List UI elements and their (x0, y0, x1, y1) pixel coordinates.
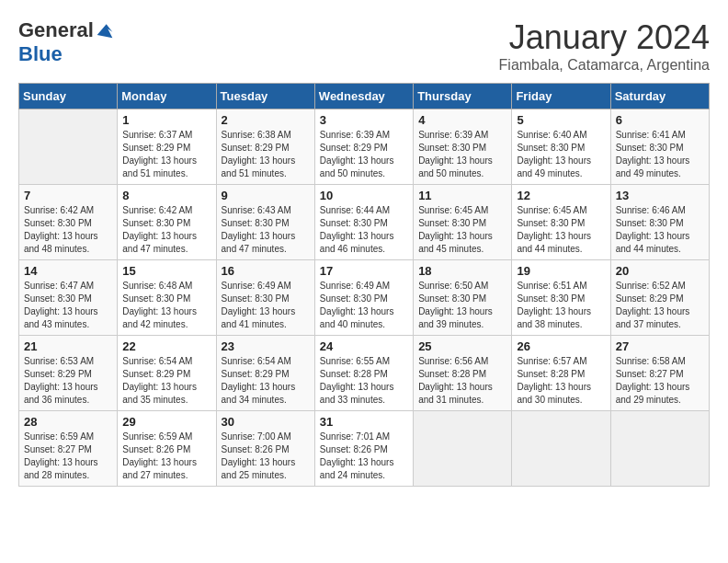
day-info: Sunrise: 6:58 AM Sunset: 8:27 PM Dayligh… (616, 355, 704, 407)
day-info: Sunrise: 6:45 AM Sunset: 8:30 PM Dayligh… (517, 204, 605, 256)
calendar-cell: 12Sunrise: 6:45 AM Sunset: 8:30 PM Dayli… (512, 185, 610, 260)
calendar-cell: 26Sunrise: 6:57 AM Sunset: 8:28 PM Dayli… (512, 336, 610, 411)
calendar-cell: 23Sunrise: 6:54 AM Sunset: 8:29 PM Dayli… (216, 336, 314, 411)
day-info: Sunrise: 6:57 AM Sunset: 8:28 PM Dayligh… (517, 355, 605, 407)
calendar-cell: 21Sunrise: 6:53 AM Sunset: 8:29 PM Dayli… (19, 336, 118, 411)
calendar-cell: 14Sunrise: 6:47 AM Sunset: 8:30 PM Dayli… (19, 260, 118, 336)
title-area: January 2024 Fiambala, Catamarca, Argent… (499, 18, 710, 74)
calendar-cell: 24Sunrise: 6:55 AM Sunset: 8:28 PM Dayli… (314, 336, 413, 411)
day-info: Sunrise: 6:52 AM Sunset: 8:29 PM Dayligh… (616, 280, 704, 331)
day-number: 3 (320, 113, 408, 127)
calendar-cell: 30Sunrise: 7:00 AM Sunset: 8:26 PM Dayli… (216, 411, 314, 487)
logo: General Blue (18, 18, 114, 66)
header-day-tuesday: Tuesday (216, 84, 314, 109)
day-info: Sunrise: 6:47 AM Sunset: 8:30 PM Dayligh… (24, 280, 112, 331)
calendar-cell: 9Sunrise: 6:43 AM Sunset: 8:30 PM Daylig… (216, 185, 314, 260)
day-info: Sunrise: 6:46 AM Sunset: 8:30 PM Dayligh… (616, 204, 704, 256)
day-number: 11 (418, 189, 506, 202)
day-number: 18 (418, 264, 506, 278)
day-number: 14 (24, 264, 112, 278)
day-info: Sunrise: 6:50 AM Sunset: 8:30 PM Dayligh… (418, 280, 506, 331)
calendar-cell (19, 109, 118, 185)
day-info: Sunrise: 6:53 AM Sunset: 8:29 PM Dayligh… (24, 355, 112, 407)
day-number: 1 (122, 113, 210, 127)
calendar-cell: 29Sunrise: 6:59 AM Sunset: 8:26 PM Dayli… (118, 411, 216, 487)
day-info: Sunrise: 6:39 AM Sunset: 8:29 PM Dayligh… (320, 129, 408, 180)
calendar-cell (610, 411, 709, 487)
calendar-cell: 13Sunrise: 6:46 AM Sunset: 8:30 PM Dayli… (610, 185, 709, 260)
calendar-subtitle: Fiambala, Catamarca, Argentina (499, 57, 710, 74)
calendar-cell: 20Sunrise: 6:52 AM Sunset: 8:29 PM Dayli… (610, 260, 709, 336)
logo-blue-text: Blue (18, 42, 63, 66)
calendar-cell: 2Sunrise: 6:38 AM Sunset: 8:29 PM Daylig… (216, 109, 314, 185)
calendar-cell: 10Sunrise: 6:44 AM Sunset: 8:30 PM Dayli… (314, 185, 413, 260)
day-number: 8 (122, 189, 210, 202)
week-row-2: 7Sunrise: 6:42 AM Sunset: 8:30 PM Daylig… (19, 185, 710, 260)
day-info: Sunrise: 7:00 AM Sunset: 8:26 PM Dayligh… (222, 431, 310, 482)
day-number: 5 (517, 113, 605, 127)
calendar-cell: 7Sunrise: 6:42 AM Sunset: 8:30 PM Daylig… (19, 185, 118, 260)
header-day-friday: Friday (512, 84, 610, 109)
day-info: Sunrise: 6:39 AM Sunset: 8:30 PM Dayligh… (418, 129, 506, 180)
day-number: 22 (122, 339, 210, 353)
day-number: 19 (517, 264, 605, 278)
calendar-cell: 18Sunrise: 6:50 AM Sunset: 8:30 PM Dayli… (414, 260, 512, 336)
day-info: Sunrise: 6:43 AM Sunset: 8:30 PM Dayligh… (222, 204, 310, 256)
day-info: Sunrise: 6:48 AM Sunset: 8:30 PM Dayligh… (122, 280, 210, 331)
day-number: 24 (320, 339, 408, 353)
day-info: Sunrise: 6:40 AM Sunset: 8:30 PM Dayligh… (517, 129, 605, 180)
day-number: 2 (222, 113, 310, 127)
day-info: Sunrise: 6:42 AM Sunset: 8:30 PM Dayligh… (24, 204, 112, 256)
day-info: Sunrise: 6:56 AM Sunset: 8:28 PM Dayligh… (418, 355, 506, 407)
calendar-cell: 4Sunrise: 6:39 AM Sunset: 8:30 PM Daylig… (414, 109, 512, 185)
day-info: Sunrise: 6:37 AM Sunset: 8:29 PM Dayligh… (122, 129, 210, 180)
day-info: Sunrise: 7:01 AM Sunset: 8:26 PM Dayligh… (320, 431, 408, 482)
header-day-thursday: Thursday (414, 84, 512, 109)
day-number: 7 (24, 189, 112, 202)
svg-marker-0 (97, 24, 113, 38)
day-number: 23 (222, 339, 310, 353)
calendar-cell: 8Sunrise: 6:42 AM Sunset: 8:30 PM Daylig… (118, 185, 216, 260)
header-row: SundayMondayTuesdayWednesdayThursdayFrid… (19, 84, 710, 109)
header-day-wednesday: Wednesday (314, 84, 413, 109)
week-row-3: 14Sunrise: 6:47 AM Sunset: 8:30 PM Dayli… (19, 260, 710, 336)
day-number: 30 (222, 415, 310, 429)
day-number: 26 (517, 339, 605, 353)
day-number: 13 (616, 189, 704, 202)
day-number: 9 (222, 189, 310, 202)
day-number: 20 (616, 264, 704, 278)
day-number: 16 (222, 264, 310, 278)
calendar-cell: 27Sunrise: 6:58 AM Sunset: 8:27 PM Dayli… (610, 336, 709, 411)
calendar-cell (512, 411, 610, 487)
day-info: Sunrise: 6:38 AM Sunset: 8:29 PM Dayligh… (222, 129, 310, 180)
day-number: 12 (517, 189, 605, 202)
day-number: 4 (418, 113, 506, 127)
day-info: Sunrise: 6:49 AM Sunset: 8:30 PM Dayligh… (222, 280, 310, 331)
calendar-cell: 5Sunrise: 6:40 AM Sunset: 8:30 PM Daylig… (512, 109, 610, 185)
day-number: 29 (122, 415, 210, 429)
day-info: Sunrise: 6:41 AM Sunset: 8:30 PM Dayligh… (616, 129, 704, 180)
week-row-1: 1Sunrise: 6:37 AM Sunset: 8:29 PM Daylig… (19, 109, 710, 185)
day-info: Sunrise: 6:42 AM Sunset: 8:30 PM Dayligh… (122, 204, 210, 256)
logo-general-text: General (18, 18, 94, 42)
day-info: Sunrise: 6:54 AM Sunset: 8:29 PM Dayligh… (122, 355, 210, 407)
logo-icon (96, 21, 114, 40)
calendar-table: SundayMondayTuesdayWednesdayThursdayFrid… (18, 83, 710, 487)
header-day-sunday: Sunday (19, 84, 118, 109)
day-info: Sunrise: 6:45 AM Sunset: 8:30 PM Dayligh… (418, 204, 506, 256)
header-day-saturday: Saturday (610, 84, 709, 109)
header: General Blue January 2024 Fiambala, Cata… (18, 18, 710, 74)
day-info: Sunrise: 6:59 AM Sunset: 8:26 PM Dayligh… (122, 431, 210, 482)
day-info: Sunrise: 6:55 AM Sunset: 8:28 PM Dayligh… (320, 355, 408, 407)
day-number: 15 (122, 264, 210, 278)
calendar-cell: 1Sunrise: 6:37 AM Sunset: 8:29 PM Daylig… (118, 109, 216, 185)
day-number: 10 (320, 189, 408, 202)
calendar-cell: 25Sunrise: 6:56 AM Sunset: 8:28 PM Dayli… (414, 336, 512, 411)
calendar-title: January 2024 (499, 18, 710, 57)
day-number: 27 (616, 339, 704, 353)
calendar-cell: 19Sunrise: 6:51 AM Sunset: 8:30 PM Dayli… (512, 260, 610, 336)
day-number: 21 (24, 339, 112, 353)
calendar-cell: 22Sunrise: 6:54 AM Sunset: 8:29 PM Dayli… (118, 336, 216, 411)
calendar-cell (414, 411, 512, 487)
calendar-cell: 11Sunrise: 6:45 AM Sunset: 8:30 PM Dayli… (414, 185, 512, 260)
